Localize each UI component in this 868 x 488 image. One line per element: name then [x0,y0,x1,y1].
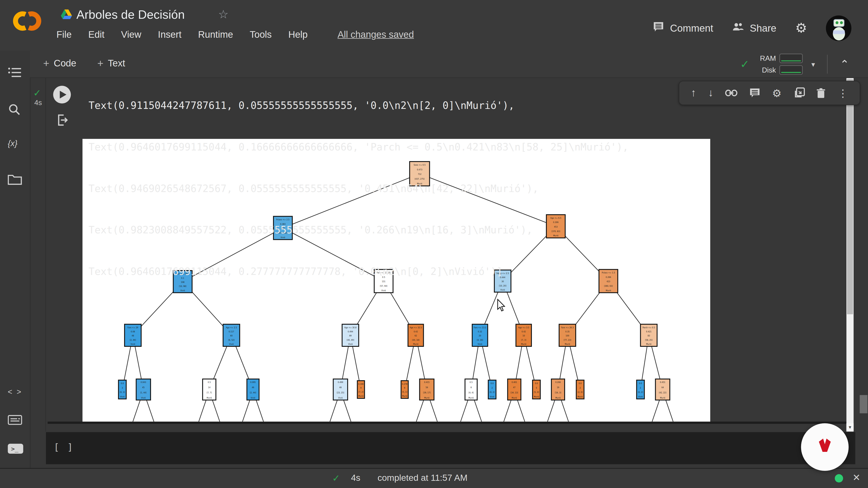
star-icon[interactable]: ☆ [218,8,228,21]
svg-text:Murió: Murió [413,343,418,345]
colab-window: Arboles de Decisión ☆ File Edit View Ins… [0,0,868,488]
svg-text:0.35: 0.35 [565,330,569,333]
svg-text:0.0: 0.0 [535,382,538,385]
menu-insert[interactable]: Insert [158,29,182,40]
svg-text:Vivió: Vivió [120,396,125,398]
cell-exec-time: 4s [34,98,42,107]
cell-settings-gear-icon[interactable]: ⚙ [772,87,782,99]
ram-disk-indicator[interactable]: RAM Disk [757,53,802,75]
cell-toolbar: ↑ ↓ ⚙ ⋮ [679,81,860,105]
add-text-button[interactable]: + Text [97,58,125,70]
people-icon [732,22,744,35]
files-icon[interactable] [8,174,22,186]
share-button[interactable]: Share [732,22,776,35]
app-header: Arboles de Decisión ☆ File Edit View Ins… [0,0,868,51]
svg-text:2: 2 [640,387,641,389]
svg-text:[23, 25]: [23, 25] [337,392,344,394]
status-exec-time: 4s [351,473,360,483]
recorder-bubble[interactable] [801,423,849,471]
avatar[interactable] [826,15,851,41]
variables-icon[interactable]: {x} [8,138,22,151]
add-comment-icon[interactable] [749,88,760,98]
svg-text:[42, 22]: [42, 22] [659,392,666,394]
collapse-sections-icon[interactable]: ⌃ [840,58,849,71]
mouse-cursor [497,299,506,314]
disk-sparkline [779,65,802,75]
svg-text:Murió: Murió [534,396,539,398]
output-line: Text(0.9646017699115044, 0.2777777777777… [89,265,842,278]
command-palette-icon[interactable] [8,415,22,427]
svg-text:100: 100 [565,335,569,337]
svg-text:Vivió: Vivió [348,343,352,345]
svg-text:[2, 46]: [2, 46] [130,339,136,341]
code-snippets-icon[interactable]: < > [8,387,22,399]
menu-edit[interactable]: Edit [88,29,104,40]
output-scrollbar-thumb[interactable] [847,79,853,314]
svg-text:5: 5 [536,387,537,389]
page-scrollbar-thumb[interactable] [860,395,867,414]
menu-file[interactable]: File [57,29,72,40]
svg-text:[5, 0]: [5, 0] [534,391,539,393]
mirror-cell-icon[interactable] [794,88,805,98]
svg-text:6: 6 [404,387,405,389]
move-cell-down-icon[interactable]: ↓ [708,87,713,99]
plus-icon: + [43,58,49,70]
colab-logo-icon[interactable] [10,9,44,35]
menu-runtime[interactable]: Runtime [198,29,233,40]
connected-check-icon: ✓ [740,58,749,71]
header-actions: Comment Share ⚙ [653,15,851,41]
svg-text:[4, 16]: [4, 16] [477,339,483,341]
svg-text:19: 19 [557,386,559,389]
add-cell-buttons: + Code + Text [43,58,125,70]
menu-help[interactable]: Help [288,29,308,40]
notebook-toolbar: + Code + Text ✓ RAM Disk ▾ ⌃ [30,51,868,78]
table-of-contents-icon[interactable] [8,66,22,78]
terminal-icon[interactable]: >_ [8,444,22,456]
svg-text:Murió: Murió [578,396,583,398]
menu-view[interactable]: View [121,29,142,40]
drive-icon [61,9,72,22]
svg-text:[7, 2]: [7, 2] [359,391,364,393]
output-scrollbar[interactable]: ▾ [846,78,854,431]
settings-gear-icon[interactable]: ⚙ [795,21,807,36]
delete-cell-icon[interactable] [817,88,826,98]
svg-text:0.346: 0.346 [358,383,364,385]
svg-text:[0, 2]: [0, 2] [638,391,643,393]
notebook-title[interactable]: Arboles de Decisión [76,8,185,22]
move-cell-up-icon[interactable]: ↑ [691,87,696,99]
svg-text:Vivió: Vivió [477,343,482,345]
play-icon [59,91,66,98]
svg-text:0.0: 0.0 [639,382,642,385]
all-changes-saved[interactable]: All changes saved [338,29,414,40]
svg-text:Age <= 3.5: Age <= 3.5 [518,326,529,329]
scrollbar-down-arrow-icon[interactable]: ▾ [846,423,854,431]
ram-label: RAM [757,54,776,63]
svg-text:0.117: 0.117 [229,330,234,333]
add-code-button[interactable]: + Code [43,58,76,70]
svg-text:0.0: 0.0 [579,382,582,385]
comment-button[interactable]: Comment [653,21,713,35]
svg-text:Vivió: Vivió [229,343,234,345]
svg-text:83: 83 [648,335,650,337]
output-export-icon[interactable] [57,114,69,128]
menu-tools[interactable]: Tools [250,29,272,40]
run-cell-button[interactable] [53,86,71,103]
output-clip-shadow [48,422,848,424]
svg-text:64: 64 [661,386,664,389]
svg-text:[8, 52]: [8, 52] [228,339,235,341]
status-close-icon[interactable]: ✕ [852,472,860,484]
resources-dropdown-icon[interactable]: ▾ [811,60,815,68]
svg-text:Fare <= 26.3: Fare <= 26.3 [561,326,574,329]
svg-text:0.421: 0.421 [646,330,651,333]
empty-code-cell[interactable]: [ ] [46,432,855,464]
search-icon[interactable] [8,103,22,115]
svg-text:[44, 18]: [44, 18] [412,339,420,341]
copy-link-icon[interactable] [725,90,738,96]
more-actions-icon[interactable]: ⋮ [837,87,848,99]
svg-text:[0, 2]: [0, 2] [490,391,495,393]
svg-text:46: 46 [252,386,254,389]
svg-text:0.32: 0.32 [478,330,482,333]
svg-text:[77, 23]: [77, 23] [564,339,571,341]
output-line: Text(0.9469026548672567, 0.0555555555555… [89,182,842,195]
ram-sparkline [779,54,802,63]
